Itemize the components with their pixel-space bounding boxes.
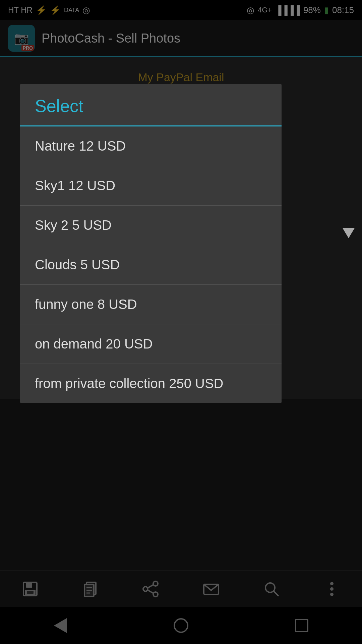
list-item-nature-label: Nature 12 USD — [35, 139, 126, 153]
scroll-down-indicator — [343, 228, 355, 238]
dialog-title: Select — [35, 96, 83, 116]
list-item-ondemand[interactable]: on demand 20 USD — [20, 324, 282, 364]
list-item-clouds-label: Clouds 5 USD — [35, 257, 120, 272]
select-dialog: Select Nature 12 USD Sky1 12 USD Sky 2 5… — [20, 84, 282, 403]
list-item-sky1[interactable]: Sky1 12 USD — [20, 166, 282, 206]
list-item-sky1-label: Sky1 12 USD — [35, 178, 115, 193]
list-item-sky2[interactable]: Sky 2 5 USD — [20, 206, 282, 245]
list-item-funnyone-label: funny one 8 USD — [35, 297, 137, 312]
list-item-private-label: from private collection 250 USD — [35, 376, 223, 391]
list-item-clouds[interactable]: Clouds 5 USD — [20, 245, 282, 285]
dialog-header: Select — [20, 84, 282, 126]
list-item-private[interactable]: from private collection 250 USD — [20, 364, 282, 403]
list-item-nature[interactable]: Nature 12 USD — [20, 126, 282, 166]
list-item-sky2-label: Sky 2 5 USD — [35, 218, 112, 232]
list-item-funnyone[interactable]: funny one 8 USD — [20, 285, 282, 324]
dialog-list: Nature 12 USD Sky1 12 USD Sky 2 5 USD Cl… — [20, 126, 282, 403]
list-item-ondemand-label: on demand 20 USD — [35, 336, 153, 351]
